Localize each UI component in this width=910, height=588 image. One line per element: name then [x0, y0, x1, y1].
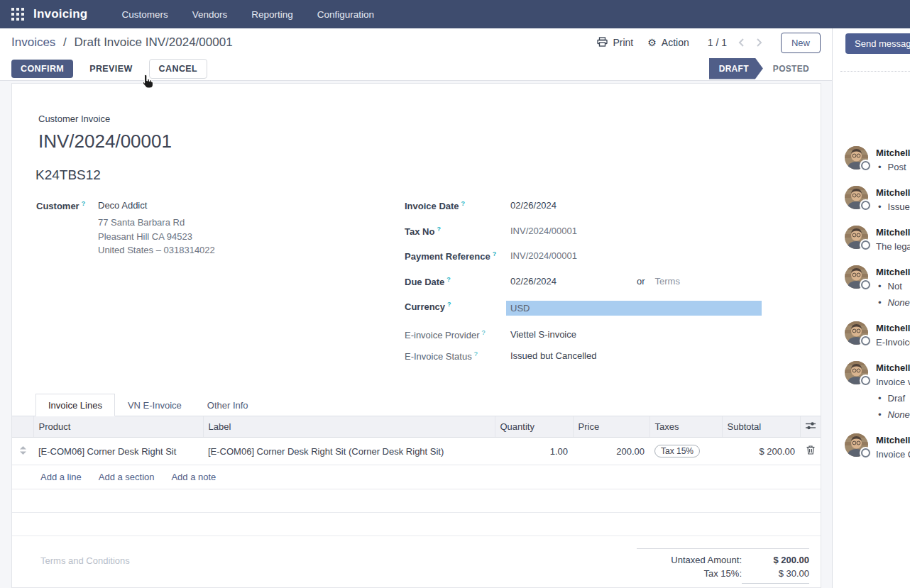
form-view: Customer Invoice INV/2024/00001 K24TBS12… [0, 81, 832, 588]
untaxed-amount-value: $ 200.00 [742, 555, 809, 565]
status-posted[interactable]: POSTED [773, 64, 809, 74]
invoice-serial: K24TBS12 [35, 167, 821, 183]
message-line: None [876, 406, 910, 423]
help-icon: ? [82, 200, 86, 207]
table-header-row: Product Label Quantity Price Taxes Subto… [12, 416, 821, 438]
message-author: Mitchell [876, 266, 910, 278]
tab-other-info[interactable]: Other Info [194, 394, 261, 416]
pager-counter: 1 / 1 [708, 37, 727, 48]
print-button[interactable]: Print [597, 37, 633, 49]
currency-label: Currency? [405, 301, 510, 312]
tab-invoice-lines[interactable]: Invoice Lines [35, 394, 115, 416]
message-line: Draf [876, 390, 910, 406]
customer-address: 77 Santa Barbara Rd Pleasant Hill CA 945… [98, 216, 405, 257]
breadcrumb: Invoices / Draft Invoice INV/2024/00001 [11, 35, 233, 50]
preview-button[interactable]: PREVIEW [80, 60, 141, 78]
status-draft[interactable]: DRAFT [709, 58, 763, 79]
menu-customers[interactable]: Customers [111, 4, 177, 25]
app-name[interactable]: Invoicing [33, 7, 87, 21]
message-author: Mitchell [876, 362, 910, 374]
tax-badge[interactable]: Tax 15% [654, 445, 700, 457]
breadcrumb-current: Draft Invoice INV/2024/00001 [75, 35, 233, 49]
sliders-icon [806, 421, 816, 432]
due-date-label: Due Date? [405, 276, 510, 287]
einvoice-provider-label: E-invoice Provider? [405, 329, 510, 340]
optional-columns-button[interactable] [800, 416, 821, 438]
tax-no-label: Tax No? [405, 226, 510, 237]
message-line: Invoice v [876, 374, 910, 390]
notebook-tabs: Invoice Lines VN E-Invoice Other Info [12, 393, 821, 416]
apps-grid-icon[interactable] [11, 8, 24, 21]
avatar [845, 321, 868, 345]
or-label: or [637, 276, 645, 287]
quantity-column-header[interactable]: Quantity [495, 416, 573, 438]
product-column-header[interactable]: Product [33, 416, 203, 438]
new-button[interactable]: New [781, 33, 821, 53]
line-quantity-cell[interactable]: 1.00 [495, 438, 573, 465]
help-icon: ? [461, 200, 466, 207]
help-icon: ? [446, 276, 451, 283]
message-author: Mitchell [876, 187, 910, 199]
drag-handle-icon[interactable] [12, 438, 33, 465]
help-icon: ? [474, 350, 478, 357]
chevron-left-icon[interactable] [738, 38, 745, 48]
price-column-header[interactable]: Price [573, 416, 649, 438]
message-line: Issue [876, 199, 910, 215]
chevron-right-icon[interactable] [756, 38, 762, 48]
document-type-label: Customer Invoice [38, 113, 821, 124]
customer-field[interactable]: Deco Addict [98, 200, 147, 211]
einvoice-status-value: Issued but Cancelled [510, 350, 596, 361]
tax-value: $ 30.00 [742, 568, 809, 579]
subtotal-column-header[interactable]: Subtotal [722, 416, 800, 438]
cancel-button[interactable]: CANCEL [149, 59, 207, 79]
line-price-cell[interactable]: 200.00 [573, 438, 649, 465]
status-badge [861, 376, 870, 385]
due-date-field[interactable]: 02/26/2024 [510, 276, 637, 287]
gear-icon: ⚙ [647, 38, 657, 48]
printer-icon [597, 37, 608, 49]
label-column-header[interactable]: Label [203, 416, 495, 438]
tab-vn-einvoice[interactable]: VN E-Invoice [115, 394, 194, 416]
message-line: Post [876, 159, 910, 175]
line-product-cell[interactable]: [E-COM06] Corner Desk Right Sit [33, 438, 203, 465]
terms-and-conditions-field[interactable]: Terms and Conditions [40, 548, 130, 588]
top-navbar: Invoicing Customers Vendors Reporting Co… [0, 0, 910, 28]
add-a-note-link[interactable]: Add a note [171, 472, 216, 482]
address-line: Pleasant Hill CA 94523 [98, 230, 405, 244]
menu-vendors[interactable]: Vendors [182, 4, 238, 25]
line-taxes-cell[interactable]: Tax 15% [649, 438, 722, 465]
menu-reporting[interactable]: Reporting [241, 4, 303, 25]
add-a-line-link[interactable]: Add a line [40, 472, 82, 482]
payment-terms-field[interactable]: Terms [655, 276, 680, 287]
avatar [845, 146, 868, 170]
message-line: Not [876, 278, 910, 294]
currency-field[interactable]: USD [506, 301, 762, 316]
tax-no-field[interactable]: INV/2024/00001 [510, 226, 577, 236]
tax-label: Tax 15%: [637, 568, 742, 579]
trash-icon[interactable] [800, 438, 821, 465]
breadcrumb-invoices[interactable]: Invoices [11, 35, 55, 49]
control-panel: Invoices / Draft Invoice INV/2024/00001 … [0, 28, 832, 57]
chatter-divider [840, 71, 910, 72]
add-a-section-link[interactable]: Add a section [99, 472, 155, 482]
line-label-cell[interactable]: [E-COM06] Corner Desk Right Sit (Corner … [203, 438, 495, 465]
action-button[interactable]: ⚙ Action [647, 37, 689, 48]
send-message-button[interactable]: Send message [845, 33, 910, 54]
main-menu: Customers Vendors Reporting Configuratio… [111, 4, 384, 25]
chatter-message: Mitchell E-Invoice [845, 321, 910, 350]
status-badge [861, 161, 870, 170]
add-row: Add a line Add a section Add a note [12, 465, 821, 489]
empty-line [12, 489, 821, 513]
invoice-date-field[interactable]: 02/26/2024 [510, 200, 557, 211]
breadcrumb-separator: / [63, 35, 67, 49]
payment-reference-field[interactable]: INV/2024/00001 [510, 250, 577, 261]
taxes-column-header[interactable]: Taxes [649, 416, 722, 438]
chatter-panel: Send message Mitchell Post Mit [832, 28, 910, 588]
message-author: Mitchell [876, 226, 910, 238]
menu-configuration[interactable]: Configuration [307, 4, 384, 25]
invoice-sheet: Customer Invoice INV/2024/00001 K24TBS12… [11, 83, 821, 588]
chatter-message: Mitchell Invoice C [845, 433, 910, 462]
status-badge [861, 280, 870, 289]
confirm-button[interactable]: CONFIRM [11, 60, 73, 78]
address-line: United States – 0318314022 [98, 243, 405, 257]
